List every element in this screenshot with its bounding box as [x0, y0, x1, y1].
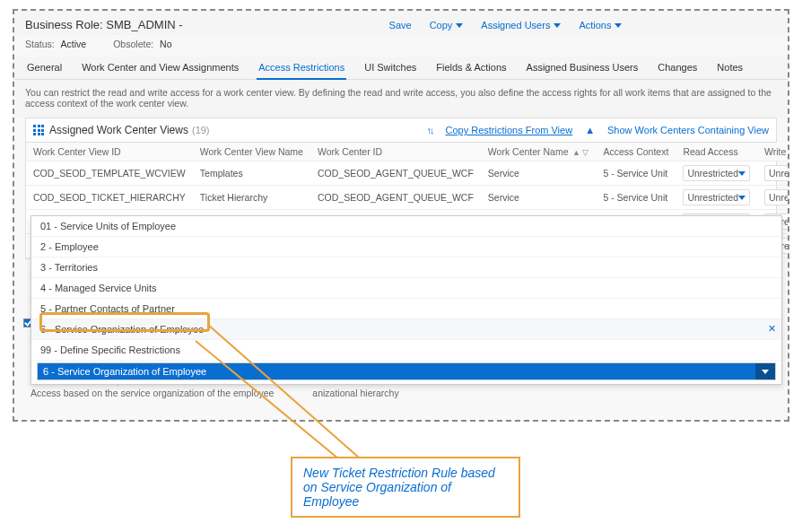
cell-wc-name: Service: [481, 161, 597, 186]
copy-action[interactable]: Copy: [430, 20, 464, 31]
tab-users[interactable]: Assigned Business Users: [525, 57, 641, 79]
cell-wc-id: COD_SEOD_AGENT_QUEUE_WCF: [310, 186, 481, 210]
tab-general[interactable]: General: [25, 57, 64, 79]
cell-view-id: COD_SEOD_TICKET_HIERARCHY: [26, 186, 193, 210]
table-row[interactable]: COD_SEOD_TICKET_HIERARCHYTicket Hierarch…: [26, 186, 789, 210]
status-field: Status: Active: [25, 39, 86, 49]
header-actions: Save Copy Assigned Users Actions: [389, 20, 623, 31]
col-access-ctx[interactable]: Access Context: [596, 143, 676, 161]
dropdown-item[interactable]: 99 - Define Specific Restrictions: [31, 340, 781, 361]
role-title: Business Role: SMB_ADMIN -: [25, 18, 183, 31]
actions-menu[interactable]: Actions: [579, 20, 622, 31]
page-header: Business Role: SMB_ADMIN - Save Copy Ass…: [14, 11, 788, 35]
copy-restrictions-link[interactable]: Copy Restrictions From View: [446, 125, 573, 135]
tab-notes[interactable]: Notes: [715, 57, 745, 79]
dropdown-item[interactable]: 5 - Partner Contacts of Partner: [31, 299, 781, 319]
col-view-name[interactable]: Work Center View Name: [193, 143, 310, 161]
dropdown-item[interactable]: 2 - Employee: [31, 237, 781, 257]
show-work-centers-link[interactable]: Show Work Centers Containing View: [607, 125, 769, 135]
restriction-text-1: Access based on the service organization…: [31, 388, 274, 398]
col-view-id[interactable]: Work Center View ID: [26, 143, 193, 161]
dropdown-item[interactable]: 3 - Territories: [31, 257, 781, 278]
dropdown-select-box[interactable]: 6 - Service Organization of Employee: [37, 362, 776, 380]
role-value: SMB_ADMIN -: [106, 18, 182, 31]
tab-access[interactable]: Access Restrictions: [257, 57, 346, 80]
cell-ctx: 5 - Service Unit: [596, 161, 676, 186]
dropdown-expand-button[interactable]: [755, 363, 775, 379]
tab-fields[interactable]: Fields & Actions: [434, 57, 508, 79]
dropdown-selected-text: 6 - Service Organization of Employee: [38, 363, 755, 379]
chevron-down-icon: [762, 370, 769, 374]
panel-title: Assigned Work Center Views: [49, 124, 188, 136]
cell-write[interactable]: Unrestricted: [757, 161, 789, 186]
panel-links: ↑↓ Copy Restrictions From View ▲ Show Wo…: [427, 125, 769, 135]
dropdown-item[interactable]: 4 - Managed Service Units: [31, 278, 781, 299]
grid-icon: [33, 125, 44, 135]
panel-header: Assigned Work Center Views (19) ↑↓ Copy …: [26, 118, 776, 143]
cell-wc-id: COD_SEOD_AGENT_QUEUE_WCF: [310, 161, 481, 186]
status-label: Status:: [25, 39, 55, 49]
col-wc-id[interactable]: Work Center ID: [310, 143, 481, 161]
cell-view-id: COD_SEOD_TEMPLATE_WCVIEW: [26, 161, 193, 186]
tab-changes[interactable]: Changes: [656, 57, 699, 79]
obsolete-label: Obsolete:: [113, 39, 153, 49]
panel-count: (19): [192, 125, 210, 135]
annotation-callout: New Ticket Restriction Rule based on Ser…: [291, 457, 520, 518]
obsolete-value: No: [160, 39, 171, 49]
dropdown-item[interactable]: 01 - Service Units of Employee: [31, 216, 781, 237]
cell-wc-name: Service: [481, 186, 597, 210]
filter-icon[interactable]: ▲ ▽: [571, 148, 589, 157]
cell-write[interactable]: Unrestricted: [757, 186, 789, 210]
access-context-dropdown[interactable]: 01 - Service Units of Employee2 - Employ…: [31, 215, 782, 385]
dropdown-item[interactable]: 6 - Service Organization of Employee✕: [31, 319, 781, 340]
chevron-down-icon: [738, 196, 745, 200]
col-write[interactable]: Write Access: [757, 143, 789, 161]
save-action[interactable]: Save: [389, 20, 412, 31]
col-read[interactable]: Read Access: [676, 143, 757, 161]
cell-view-name: Templates: [193, 161, 310, 186]
close-icon[interactable]: ✕: [768, 323, 776, 335]
cell-read[interactable]: Unrestricted: [676, 161, 757, 186]
tab-wcv[interactable]: Work Center and View Assignments: [80, 57, 240, 79]
role-label: Business Role:: [25, 18, 103, 31]
assigned-users-action[interactable]: Assigned Users: [481, 20, 561, 31]
tab-bar: General Work Center and View Assignments…: [14, 57, 788, 80]
status-value: Active: [61, 39, 87, 49]
sort-icon[interactable]: ↑↓: [427, 125, 433, 135]
info-text: You can restrict the read and write acce…: [14, 80, 788, 118]
tab-ui[interactable]: UI Switches: [362, 57, 418, 79]
cell-view-name: Ticket Hierarchy: [193, 186, 310, 210]
table-row[interactable]: COD_SEOD_TEMPLATE_WCVIEWTemplatesCOD_SEO…: [26, 161, 789, 186]
callout-text: New Ticket Restriction Rule based on Ser…: [303, 466, 495, 509]
status-row: Status: Active Obsolete: No: [14, 35, 788, 57]
cell-ctx: 5 - Service Unit: [596, 186, 676, 210]
table-header-row: Work Center View ID Work Center View Nam…: [26, 143, 789, 161]
person-icon[interactable]: ▲: [585, 125, 595, 135]
obsolete-field: Obsolete: No: [113, 39, 171, 49]
chevron-down-icon: [738, 171, 745, 176]
restriction-text-2: anizational hierarchy: [312, 388, 398, 398]
cell-read[interactable]: Unrestricted: [676, 186, 757, 210]
col-wc-name[interactable]: Work Center Name ▲ ▽: [481, 143, 597, 161]
